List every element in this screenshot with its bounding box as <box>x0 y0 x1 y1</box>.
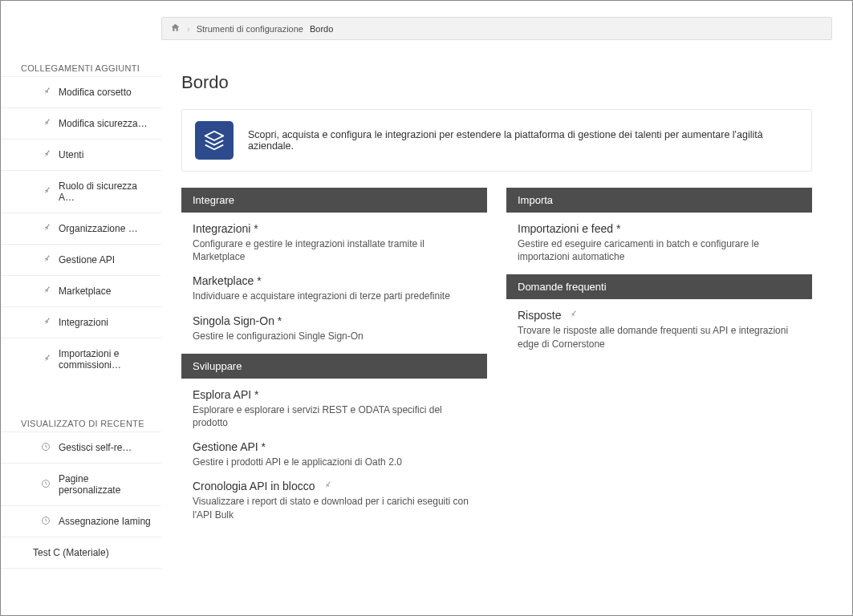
clock-icon <box>41 516 51 528</box>
pin-icon <box>39 116 55 132</box>
sidebar-item-modifica-corsetto[interactable]: Modifica corsetto <box>1 76 161 107</box>
item-importazioni-feed: Importazioni e feed * Gestire ed eseguir… <box>506 222 812 274</box>
item-desc: Trovare le risposte alle domande frequen… <box>518 324 801 350</box>
home-icon[interactable] <box>170 22 181 34</box>
pin-icon <box>39 221 55 237</box>
sidebar-item-label: Utenti <box>59 149 83 160</box>
item-desc: Esplorare e esplorare i servizi REST e O… <box>193 403 476 429</box>
sidebar-item-label: Gestisci self-re… <box>59 442 132 453</box>
sidebar-item-ruolo-sicurezza[interactable]: Ruolo di sicurezza A… <box>1 170 161 213</box>
sidebar-item-pagine-personalizzate[interactable]: Pagine personalizzate <box>1 463 161 505</box>
pin-icon <box>39 184 55 201</box>
sidebar-item-label: Ruolo di sicurezza A… <box>59 180 153 203</box>
section-header-develop: Sviluppare <box>181 354 487 379</box>
link-risposte[interactable]: Risposte <box>518 309 561 322</box>
clock-icon <box>41 479 51 491</box>
sidebar-item-modifica-sicurezza[interactable]: Modifica sicurezza… <box>1 107 161 139</box>
section-header-faq: Domande frequenti <box>506 274 812 299</box>
pin-icon <box>39 147 55 164</box>
sidebar-item-label: Test C (Materiale) <box>33 547 109 558</box>
pin-icon <box>39 283 55 300</box>
item-risposte: Risposte Trovare le risposte alle domand… <box>506 309 812 361</box>
banner-text: Scopri, acquista e configura le integraz… <box>248 129 798 152</box>
pin-icon <box>39 252 55 269</box>
layers-icon <box>195 121 234 160</box>
item-desc: Gestire le configurazioni Single Sign-On <box>193 330 476 342</box>
link-gestione-api[interactable]: Gestione API * <box>193 440 266 453</box>
sidebar-item-label: Modifica sicurezza… <box>59 118 148 129</box>
section-header-integrate: Integrare <box>181 188 487 213</box>
page-title: Bordo <box>181 72 812 93</box>
link-cronologia-api[interactable]: Cronologia API in blocco <box>193 480 315 492</box>
sidebar-item-assegnazione-iaming[interactable]: Assegnazione Iaming <box>1 505 161 537</box>
pin-icon <box>39 351 55 368</box>
item-sso: Singola Sign-On * Gestire le configurazi… <box>181 314 487 354</box>
pin-icon[interactable] <box>319 478 335 495</box>
sidebar-item-integrazioni[interactable]: Integrazioni <box>1 306 161 338</box>
sidebar-item-gestisci-self[interactable]: Gestisci self-re… <box>1 432 161 463</box>
content: Bordo Scopri, acquista e configura le in… <box>161 56 832 557</box>
sidebar: COLLEGAMENTI AGGIUNTI Modifica corsetto … <box>1 1 161 615</box>
item-desc: Visualizzare i report di stato e downloa… <box>193 495 476 521</box>
breadcrumb-link-tools[interactable]: Strumenti di configurazione <box>197 24 303 34</box>
link-sso[interactable]: Singola Sign-On * <box>193 314 282 327</box>
pin-icon <box>39 314 55 331</box>
sidebar-item-organizzazione[interactable]: Organizzazione … <box>1 213 161 244</box>
link-marketplace[interactable]: Marketplace * <box>193 274 262 287</box>
item-gestione-api: Gestione API * Gestire i prodotti API e … <box>181 440 487 480</box>
item-desc: Individuare e acquistare integrazioni di… <box>193 290 476 302</box>
sidebar-item-label: Organizzazione … <box>59 223 138 234</box>
clock-icon <box>41 442 51 454</box>
link-importazioni-feed[interactable]: Importazioni e feed * <box>518 222 620 235</box>
sidebar-section-title-recent: VISUALIZZATO DI RECENTE <box>1 412 161 432</box>
sidebar-item-label: Modifica corsetto <box>59 87 132 98</box>
sidebar-item-label: Marketplace <box>59 286 111 297</box>
sidebar-section-title-links: COLLEGAMENTI AGGIUNTI <box>1 57 161 76</box>
item-marketplace: Marketplace * Individuare e acquistare i… <box>181 274 487 314</box>
sidebar-item-label: Pagine personalizzate <box>59 473 153 496</box>
sidebar-item-test-c[interactable]: Test C (Materiale) <box>1 537 161 569</box>
col-right: Importa Importazioni e feed * Gestire ed… <box>506 188 812 533</box>
breadcrumb-current: Bordo <box>310 24 333 34</box>
col-left: Integrare Integrazioni * Configurare e g… <box>181 188 487 533</box>
item-cronologia-api: Cronologia API in blocco Visualizzare i … <box>181 480 487 532</box>
item-desc: Configurare e gestire le integrazioni in… <box>193 237 476 263</box>
link-esplora-api[interactable]: Esplora API * <box>193 388 259 401</box>
sidebar-item-marketplace[interactable]: Marketplace <box>1 275 161 306</box>
pin-icon[interactable] <box>565 307 581 324</box>
chevron-icon: › <box>187 24 190 34</box>
breadcrumb: › Strumenti di configurazione Bordo <box>161 17 832 40</box>
item-desc: Gestire ed eseguire caricamenti in batch… <box>518 237 801 263</box>
pin-icon <box>39 84 55 101</box>
sidebar-item-utenti[interactable]: Utenti <box>1 139 161 170</box>
section-header-import: Importa <box>506 188 812 213</box>
item-esplora-api: Esplora API * Esplorare e esplorare i se… <box>181 388 487 440</box>
banner: Scopri, acquista e configura le integraz… <box>181 109 812 172</box>
sidebar-item-label: Gestione API <box>59 254 115 265</box>
link-integrazioni[interactable]: Integrazioni * <box>193 222 258 235</box>
item-integrazioni: Integrazioni * Configurare e gestire le … <box>181 222 487 274</box>
sidebar-item-gestione-api[interactable]: Gestione API <box>1 244 161 275</box>
main: › Strumenti di configurazione Bordo Bord… <box>161 1 852 615</box>
item-desc: Gestire i prodotti API e le applicazioni… <box>193 456 476 468</box>
sidebar-item-label: Integrazioni <box>59 317 108 328</box>
sidebar-item-importazioni[interactable]: Importazioni e commissioni… <box>1 338 161 380</box>
sidebar-item-label: Importazioni e commissioni… <box>59 348 153 371</box>
sidebar-item-label: Assegnazione Iaming <box>59 516 151 527</box>
